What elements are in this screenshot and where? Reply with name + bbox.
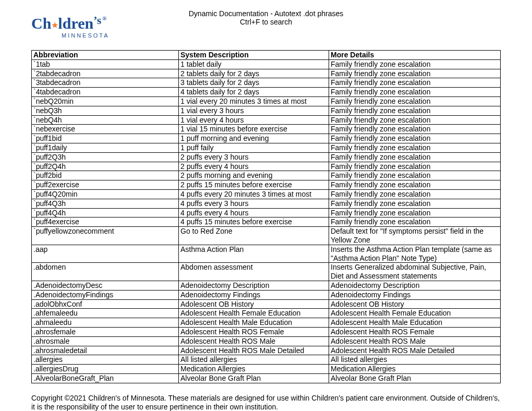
document-page: Dynamic Documentation - Autotext .dot ph…: [0, 0, 532, 411]
cell: `puff2exercise: [32, 180, 179, 190]
cell: `puff1bid: [32, 134, 179, 143]
cell: Family friendly zone escalation: [329, 208, 501, 217]
cell: Family friendly zone escalation: [329, 106, 501, 115]
table-row: `puff4Q3h4 puffs every 3 hoursFamily fri…: [32, 199, 501, 208]
cell: Adolescent Health ROS Male Detailed: [179, 346, 329, 355]
table-row: `4tabdecadron4 tablets daily for 2 daysF…: [32, 88, 501, 97]
table-row: `puff4Q20min4 puffs every 20 minutes 3 t…: [32, 189, 501, 199]
table-row: .AdenoidectomyDescAdenoidectomy Descript…: [32, 281, 501, 290]
cell: Family friendly zone escalation: [329, 115, 501, 125]
cell: `puff4Q3h: [32, 199, 179, 208]
table-row: .AlveolarBoneGraft_PlanAlveolar Bone Gra…: [32, 373, 501, 383]
cell: Family friendly zone escalation: [329, 217, 501, 227]
cell: 2 tablets daily for 2 days: [179, 69, 329, 78]
cell: Adolescent OB History: [329, 299, 501, 309]
star-icon: ★: [52, 21, 58, 29]
cell: Family friendly zone escalation: [329, 143, 501, 152]
cell: .aap: [32, 245, 179, 263]
cell: Family friendly zone escalation: [329, 152, 501, 162]
logo: Ch★ldren’s® MINNESOTA: [31, 16, 110, 39]
cell: 2 puffs morning and evening: [179, 171, 329, 180]
logo-text-children: Ch★ldren: [31, 16, 93, 31]
cell: Abdomen assessment: [179, 263, 329, 281]
cell: .AdenoidectomyFindings: [32, 290, 179, 299]
cell: Adolescent Health ROS Male: [179, 336, 329, 346]
logo-sub: MINNESOTA: [31, 32, 110, 39]
cell: `nebQ3h: [32, 106, 179, 115]
cell: Adolescent Health Female Education: [329, 309, 501, 318]
cell: `nebQ4h: [32, 115, 179, 125]
document-header: Dynamic Documentation - Autotext .dot ph…: [31, 9, 501, 47]
cell: `4tabdecadron: [32, 88, 179, 97]
table-row: .aapAsthma Action PlanInserts the Asthma…: [32, 245, 501, 263]
table-row: `nebQ20min1 vial every 20 minutes 3 time…: [32, 96, 501, 106]
table-row: `puff4exercise4 puffs 15 minutes before …: [32, 217, 501, 227]
cell: 1 vial every 20 minutes 3 times at most: [179, 96, 329, 106]
cell: Adenoidectomy Description: [329, 281, 501, 290]
cell: Alveolar Bone Graft Plan: [179, 373, 329, 383]
cell: Family friendly zone escalation: [329, 96, 501, 106]
cell: Family friendly zone escalation: [329, 171, 501, 180]
table-row: `puff1daily1 puff failyFamily friendly z…: [32, 143, 501, 152]
cell: .abdomen: [32, 263, 179, 281]
table-row: `3tabdecadron3 tablets daily for 2 daysF…: [32, 78, 501, 88]
cell: All listed allergies: [179, 355, 329, 365]
cell: Family friendly zone escalation: [329, 125, 501, 134]
cell: `puff1daily: [32, 143, 179, 152]
cell: .AlveolarBoneGraft_Plan: [32, 373, 179, 383]
table-row: .AdenoidectomyFindingsAdenoidectomy Find…: [32, 290, 501, 299]
table-row: .ahmaleeduAdolescent Health Male Educati…: [32, 318, 501, 328]
table-row: `nebexercise1 vial 15 minutes before exe…: [32, 125, 501, 134]
col-more-details: More Details: [329, 51, 501, 60]
table-row: `puff2bid2 puffs morning and eveningFami…: [32, 171, 501, 180]
table-row: `puffyellowzonecommentGo to Red ZoneDefa…: [32, 227, 501, 245]
table-row: .ahrosfemaleAdolescent Health ROS Female…: [32, 327, 501, 336]
cell: Family friendly zone escalation: [329, 180, 501, 190]
table-row: .ahrosmaleAdolescent Health ROS MaleAdol…: [32, 336, 501, 346]
table-row: `puff4Q4h4 puffs every 4 hoursFamily fri…: [32, 208, 501, 217]
table-row: .abdomenAbdomen assessmentInserts Genera…: [32, 263, 501, 281]
table-body: `1tab1 tablet dailyFamily friendly zone …: [32, 59, 501, 383]
cell: Adolescent Health Male Education: [179, 318, 329, 328]
cell: 1 vial 15 minutes before exercise: [179, 125, 329, 134]
logo-main: Ch★ldren’s®: [31, 16, 110, 31]
cell: `3tabdecadron: [32, 78, 179, 88]
cell: `nebQ20min: [32, 96, 179, 106]
cell: Family friendly zone escalation: [329, 189, 501, 199]
phrases-table: Abbreviation System Description More Det…: [31, 50, 501, 383]
cell: 2 puffs 15 minutes before exercise: [179, 180, 329, 190]
cell: Adolescent Health ROS Female: [179, 327, 329, 336]
cell: Medication Allergies: [329, 365, 501, 374]
cell: .AdenoidectomyDesc: [32, 281, 179, 290]
cell: `puff2bid: [32, 171, 179, 180]
table-row: `nebQ4h1 vial every 4 hoursFamily friend…: [32, 115, 501, 125]
cell: .allergies: [32, 355, 179, 365]
cell: 2 puffs every 4 hours: [179, 162, 329, 171]
cell: `2tabdecadron: [32, 69, 179, 78]
table-row: `puff2Q4h2 puffs every 4 hoursFamily fri…: [32, 162, 501, 171]
cell: Adolescent Health ROS Male Detailed: [329, 346, 501, 355]
table-row: `nebQ3h1 vial every 3 hoursFamily friend…: [32, 106, 501, 115]
cell: Asthma Action Plan: [179, 245, 329, 263]
cell: Family friendly zone escalation: [329, 199, 501, 208]
cell: Adenoidectomy Findings: [179, 290, 329, 299]
cell: .ahmaleedu: [32, 318, 179, 328]
cell: `nebexercise: [32, 125, 179, 134]
cell: 2 puffs every 3 hours: [179, 152, 329, 162]
cell: All listed allergies: [329, 355, 501, 365]
cell: Medication Allergies: [179, 365, 329, 374]
cell: 4 puffs every 4 hours: [179, 208, 329, 217]
cell: Adolescent Health Male Education: [329, 318, 501, 328]
cell: Adolescent Health ROS Female: [329, 327, 501, 336]
table-row: `2tabdecadron2 tablets daily for 2 daysF…: [32, 69, 501, 78]
cell: .allergiesDrug: [32, 365, 179, 374]
col-system-description: System Description: [179, 51, 329, 60]
cell: 1 puff faily: [179, 143, 329, 152]
cell: 1 vial every 4 hours: [179, 115, 329, 125]
table-row: `puff1bid1 puff morning and eveningFamil…: [32, 134, 501, 143]
cell: .ahrosmaledetail: [32, 346, 179, 355]
table-row: `puff2Q3h2 puffs every 3 hoursFamily fri…: [32, 152, 501, 162]
cell: Family friendly zone escalation: [329, 78, 501, 88]
cell: Adenoidectomy Description: [179, 281, 329, 290]
cell: .adolObhxConf: [32, 299, 179, 309]
